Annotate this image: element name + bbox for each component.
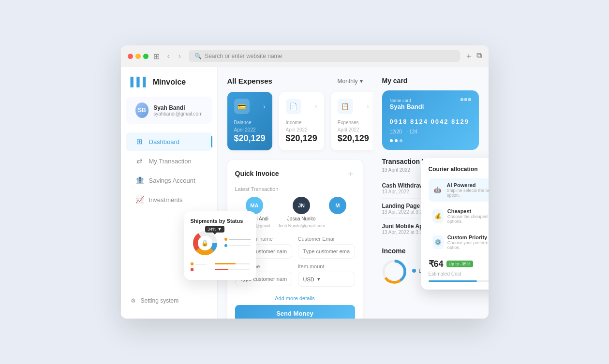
- sidebar-item-label: Savings Account: [149, 177, 195, 184]
- forward-button[interactable]: ›: [176, 51, 184, 61]
- ship-legend-item: —————: [224, 243, 251, 248]
- income-card: 📄 › Income April 2022 $20,129: [279, 92, 324, 150]
- sidebar-item-savings[interactable]: 🏦 Savings Account: [126, 171, 212, 189]
- card-header: 📋 ›: [338, 99, 369, 114]
- donut-container: 34% ▼ 🔒: [191, 229, 220, 258]
- sidebar-item-dashboard[interactable]: ⊞ Dashboard: [126, 132, 212, 151]
- browser-nav: ‹ ›: [164, 51, 184, 61]
- card-number: 0918 8124 0042 8129: [390, 118, 471, 125]
- tx-avatar-circle: M: [329, 197, 346, 214]
- sidebar-item-investments[interactable]: 📈 Investments: [126, 190, 212, 209]
- expenses-title: All Expenses: [227, 77, 272, 85]
- expenses-amount: $20,129: [338, 133, 369, 144]
- cheapest-icon: 💰: [432, 209, 444, 223]
- courier-option-cheapest[interactable]: 💰 Cheapest Choose the cheapest options.: [429, 204, 489, 228]
- chevron-down-icon: ▾: [360, 78, 363, 85]
- expenses-sublabel: April 2022: [338, 127, 369, 132]
- grid-icon[interactable]: ⊞: [153, 52, 160, 61]
- courier-option-ai[interactable]: 🤖 AI Powered Shipline selects the best o…: [429, 178, 489, 202]
- legend-dot: [412, 269, 416, 273]
- ship-bar-color: [191, 262, 193, 265]
- dashboard-icon: ⊞: [135, 137, 144, 146]
- card-holder-name: Syah Bandi: [390, 103, 424, 110]
- balance-arrow[interactable]: ›: [263, 102, 266, 110]
- logo-icon: ▌▌▌: [131, 77, 149, 87]
- settings-icon: ⚙: [131, 297, 136, 304]
- balance-card: 💳 › Balance April 2022 $20,129: [227, 92, 272, 150]
- savings-icon: 🏦: [135, 176, 144, 185]
- sidebar-item-my-transaction[interactable]: ⇄ My Transaction: [126, 152, 212, 170]
- new-tab-button[interactable]: ＋: [465, 51, 473, 61]
- sidebar-bottom: ⚙ Setting system: [121, 292, 217, 309]
- expenses-arrow[interactable]: ›: [367, 102, 369, 110]
- income-arrow[interactable]: ›: [315, 102, 317, 110]
- courier-opt-name: Cheapest: [447, 208, 489, 214]
- my-card-title: My card: [382, 77, 479, 85]
- ship-bar-track: [215, 263, 250, 264]
- browser-toolbar: ⊞ ‹ › 🔍 Search or enter website name ＋ ⧉: [121, 45, 489, 67]
- setting-label: Setting system: [141, 297, 179, 304]
- customer-email-label: Customer Email: [298, 236, 355, 242]
- ai-icon: 🤖: [432, 183, 443, 197]
- ship-bar-section: ——— ———: [191, 262, 250, 272]
- avatar-initials: SB: [138, 107, 146, 114]
- qi-header: Quick Invoice ＋: [235, 168, 355, 179]
- courier-tag: Up to -35%: [446, 261, 473, 267]
- qi-add-button[interactable]: ＋: [346, 168, 355, 179]
- tx-avatar-item[interactable]: JN Josua Nunito Josh.Nunito@gmail.com: [278, 197, 325, 228]
- courier-opt-info: Cheapest Choose the cheapest options.: [447, 208, 489, 224]
- ship-bar-item: ———: [191, 267, 250, 272]
- courier-price: ₹64: [429, 259, 444, 269]
- courier-price-row: ₹64 Up to -35%: [429, 259, 489, 269]
- courier-progress: [429, 280, 489, 282]
- ship-bar-item: ———: [191, 262, 250, 266]
- address-bar[interactable]: 🔍 Search or enter website name: [189, 50, 460, 62]
- add-details-link[interactable]: Add more details: [235, 291, 355, 301]
- courier-opt-name: Custom Priority: [447, 234, 489, 240]
- active-bar: [211, 136, 212, 147]
- expenses-icon: 📋: [338, 99, 353, 114]
- balance-icon: 💳: [234, 99, 250, 114]
- courier-option-custom[interactable]: ⚙️ Custom Priority Choose your preferred…: [429, 231, 489, 254]
- courier-est: Estimated Cost: [429, 271, 489, 277]
- courier-opt-desc: Choose the cheapest options.: [447, 214, 489, 224]
- tx-avatar-item[interactable]: M: [329, 197, 346, 228]
- customer-email-group: Customer Email: [298, 236, 355, 259]
- right-panel: My card Name card Syah Bandi: [372, 67, 489, 319]
- currency-value: USD: [303, 277, 314, 282]
- expenses-label: Expenses: [338, 120, 369, 125]
- currency-select[interactable]: USD ▾: [298, 272, 355, 287]
- card-dots: [390, 139, 471, 142]
- back-button[interactable]: ‹: [164, 51, 173, 61]
- card-header: 📄 ›: [286, 99, 317, 114]
- expenses-header: All Expenses Monthly ▾: [227, 77, 363, 85]
- income-sublabel: April 2022: [286, 127, 317, 132]
- user-name: Syah Bandi: [153, 104, 202, 111]
- setting-item[interactable]: ⚙ Setting system: [131, 297, 208, 304]
- ship-legend: ————— —————: [224, 237, 251, 249]
- browser-dots: [128, 54, 149, 59]
- balance-amount: $20,129: [234, 133, 266, 144]
- courier-opt-info: AI Powered Shipline selects the best opt…: [447, 182, 489, 198]
- income-donut-chart: [382, 260, 406, 284]
- monthly-filter[interactable]: Monthly ▾: [337, 78, 362, 85]
- send-money-button[interactable]: Send Money: [235, 305, 355, 319]
- close-dot[interactable]: [128, 54, 133, 59]
- ship-bar-track: [215, 269, 250, 270]
- expenses-card: 📋 › Expenses April 2022 $20,129: [331, 92, 372, 150]
- transaction-icon: ⇄: [135, 157, 144, 165]
- tabs-button[interactable]: ⧉: [476, 51, 482, 61]
- chevron-down-icon: ▾: [317, 276, 320, 282]
- sidebar: ▌▌▌ Minvoice SB Syah Bandi syahbandi@gma…: [121, 67, 218, 319]
- qi-title: Quick Invoice: [235, 170, 279, 177]
- courier-opt-desc: Choose your preferred option.: [447, 240, 489, 250]
- user-info: Syah Bandi syahbandi@gmail.com: [153, 104, 202, 116]
- ship-legend-label: —————: [229, 237, 251, 242]
- customer-email-input[interactable]: [298, 244, 355, 259]
- courier-progress-bar: [429, 280, 477, 282]
- card-chip: [460, 98, 471, 101]
- maximize-dot[interactable]: [143, 54, 149, 59]
- income-amount: $20,129: [286, 133, 317, 144]
- item-mount-group: Item mount USD ▾: [298, 263, 355, 287]
- minimize-dot[interactable]: [135, 54, 141, 59]
